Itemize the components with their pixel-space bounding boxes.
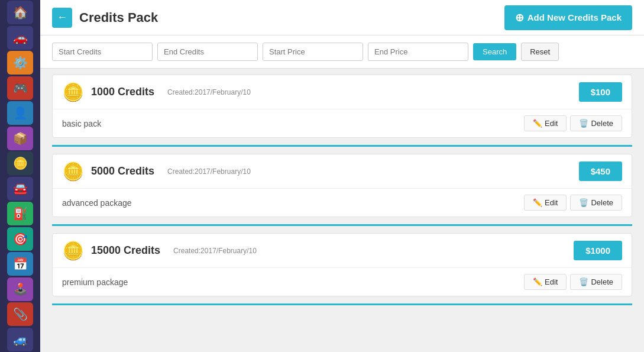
trash-icon-1: 🗑️ xyxy=(579,198,588,207)
coin-icon-2: 🪙 xyxy=(62,242,84,260)
gear-icon: ⚙️ xyxy=(7,51,33,75)
sidebar-item-calendar[interactable]: 📅 xyxy=(0,251,40,277)
sidebar-item-fuel[interactable]: ⛽ xyxy=(0,201,40,227)
end-price-input[interactable] xyxy=(368,43,468,61)
edit-button-2[interactable]: ✏️ Edit xyxy=(524,274,567,290)
sidebar-item-joystick[interactable]: 🕹️ xyxy=(0,277,40,302)
sidebar-item-speed[interactable]: 🎯 xyxy=(0,227,40,252)
steering-icon: 🎮 xyxy=(7,76,33,100)
pack-actions-1: ✏️ Edit 🗑️ Delete xyxy=(524,195,622,211)
trash-icon-2: 🗑️ xyxy=(579,277,588,286)
main-content: ← Credits Pack ⊕ Add New Credits Pack Se… xyxy=(40,0,644,352)
coins-icon: 🪙 xyxy=(7,151,33,175)
divider-2 xyxy=(52,303,632,305)
pack-date-0: Created:2017/February/10 xyxy=(167,88,251,96)
pack-footer-1: advanced package ✏️ Edit 🗑️ Delete xyxy=(53,189,632,217)
back-button[interactable]: ← xyxy=(52,8,72,28)
sidebar-item-coins[interactable]: 🪙 xyxy=(0,151,40,176)
coin-icon-0: 🪙 xyxy=(62,83,84,101)
delete-button-0[interactable]: 🗑️ Delete xyxy=(570,115,622,131)
pack-date-2: Created:2017/February/10 xyxy=(173,247,257,255)
edit-button-1[interactable]: ✏️ Edit xyxy=(524,195,567,211)
pack-description-2: premium package xyxy=(62,277,128,287)
pack-card-2: 🪙 15000 Credits Created:2017/February/10… xyxy=(52,233,632,296)
pack-credits-2: 15000 Credits xyxy=(91,244,160,257)
user-icon: 👤 xyxy=(7,101,33,125)
pack-description-0: basic pack xyxy=(62,119,101,128)
pack-header-left-0: 🪙 1000 Credits Created:2017/February/10 xyxy=(62,83,251,101)
coin-icon-1: 🪙 xyxy=(62,163,84,180)
pack-description-1: advanced package xyxy=(62,198,132,208)
pack-actions-0: ✏️ Edit 🗑️ Delete xyxy=(524,115,622,131)
sidebar-item-steering[interactable]: 🎮 xyxy=(0,76,40,101)
pack-price-0: $100 xyxy=(579,82,622,102)
pack-footer-0: basic pack ✏️ Edit 🗑️ Delete xyxy=(53,109,632,137)
pack-price-1: $450 xyxy=(579,162,622,181)
car3-icon: 🚙 xyxy=(7,328,33,351)
reset-button[interactable]: Reset xyxy=(521,43,559,61)
pack-credits-1: 5000 Credits xyxy=(91,165,154,177)
pencil-icon-2: ✏️ xyxy=(533,277,542,286)
sidebar-item-clip[interactable]: 📎 xyxy=(0,302,40,327)
filter-bar: Search Reset xyxy=(40,35,644,69)
end-credits-input[interactable] xyxy=(157,43,258,61)
joystick-icon: 🕹️ xyxy=(7,277,33,301)
sidebar-item-settings[interactable]: ⚙️ xyxy=(0,50,40,76)
edit-button-0[interactable]: ✏️ Edit xyxy=(524,115,567,131)
trash-icon-0: 🗑️ xyxy=(579,119,588,128)
header-left: ← Credits Pack xyxy=(52,8,158,28)
start-price-input[interactable] xyxy=(263,43,363,61)
sidebar: 🏠 🚗 ⚙️ 🎮 👤 📦 🪙 🚘 ⛽ 🎯 📅 🕹️ 📎 🚙 xyxy=(0,0,40,352)
home-icon: 🏠 xyxy=(7,1,33,24)
pack-card-0: 🪙 1000 Credits Created:2017/February/10 … xyxy=(52,75,632,138)
add-credits-pack-button[interactable]: ⊕ Add New Credits Pack xyxy=(504,5,632,30)
divider-1 xyxy=(52,224,632,226)
pack-header-left-2: 🪙 15000 Credits Created:2017/February/10 xyxy=(62,242,257,260)
pack-date-1: Created:2017/February/10 xyxy=(167,167,251,176)
start-credits-input[interactable] xyxy=(52,43,153,61)
sidebar-item-user[interactable]: 👤 xyxy=(0,101,40,126)
car2-icon: 🚘 xyxy=(7,177,33,201)
clip-icon: 📎 xyxy=(7,302,33,326)
pack-header-1: 🪙 5000 Credits Created:2017/February/10 … xyxy=(53,154,632,189)
sidebar-item-car[interactable]: 🚗 xyxy=(0,25,40,51)
add-button-label: Add New Credits Pack xyxy=(528,12,622,22)
sidebar-item-car2[interactable]: 🚘 xyxy=(0,176,40,202)
delete-button-1[interactable]: 🗑️ Delete xyxy=(570,195,622,211)
pack-list: 🪙 1000 Credits Created:2017/February/10 … xyxy=(40,75,644,312)
delete-button-2[interactable]: 🗑️ Delete xyxy=(570,274,622,290)
page-title: Credits Pack xyxy=(79,10,158,25)
pack-credits-0: 1000 Credits xyxy=(91,86,154,98)
pack-card-1: 🪙 5000 Credits Created:2017/February/10 … xyxy=(52,154,632,217)
pack-header-left-1: 🪙 5000 Credits Created:2017/February/10 xyxy=(62,163,251,180)
speedometer-icon: 🎯 xyxy=(7,227,33,251)
sidebar-item-home[interactable]: 🏠 xyxy=(0,0,40,25)
pencil-icon-0: ✏️ xyxy=(533,119,542,128)
pack-header-0: 🪙 1000 Credits Created:2017/February/10 … xyxy=(53,75,632,109)
sidebar-item-package[interactable]: 📦 xyxy=(0,126,40,151)
fuel-icon: ⛽ xyxy=(7,202,33,225)
sidebar-item-car3[interactable]: 🚙 xyxy=(0,327,40,353)
plus-icon: ⊕ xyxy=(515,11,524,24)
pack-header-2: 🪙 15000 Credits Created:2017/February/10… xyxy=(53,234,632,268)
pack-price-2: $1000 xyxy=(574,241,622,260)
pack-footer-2: premium package ✏️ Edit 🗑️ Delete xyxy=(53,268,632,296)
divider-0 xyxy=(52,145,632,147)
pack-actions-2: ✏️ Edit 🗑️ Delete xyxy=(524,274,622,290)
package-icon: 📦 xyxy=(7,127,33,150)
page-header: ← Credits Pack ⊕ Add New Credits Pack xyxy=(40,0,644,35)
search-button[interactable]: Search xyxy=(473,43,516,60)
calendar-icon: 📅 xyxy=(7,252,33,276)
pencil-icon-1: ✏️ xyxy=(533,198,542,207)
car-icon: 🚗 xyxy=(7,26,33,50)
